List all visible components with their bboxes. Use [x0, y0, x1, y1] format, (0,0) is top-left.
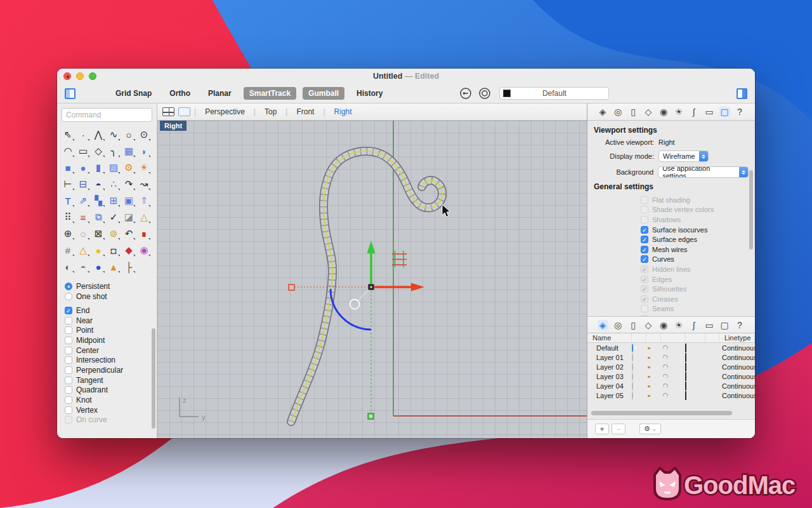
titlebar[interactable]: Untitled — Edited — [57, 69, 755, 84]
layers-hscrollbar[interactable] — [591, 411, 732, 415]
osnap-intersection[interactable]: Intersection — [65, 355, 157, 365]
osnap-mode-one-shot[interactable]: One shot — [65, 291, 157, 302]
sphere-render-icon[interactable]: ● — [91, 258, 106, 275]
osnap-on-curve[interactable]: On curve — [65, 415, 157, 425]
osnap-midpoint[interactable]: Midpoint — [65, 335, 157, 345]
shield-icon[interactable]: ◆ — [121, 242, 136, 258]
copy-icon[interactable]: ⧉ — [91, 209, 106, 225]
fillet-curve-icon[interactable]: ↷ — [121, 176, 136, 192]
surface-network-icon[interactable]: ▨ — [106, 159, 121, 176]
sun-icon[interactable]: ☀ — [674, 107, 684, 117]
display-monitor-icon[interactable]: ▢ — [719, 107, 730, 117]
help-icon[interactable]: ? — [735, 320, 745, 330]
camera-icon[interactable]: ◉ — [658, 107, 669, 117]
current-layer-radio[interactable] — [632, 391, 633, 400]
viewport-canvas[interactable]: Right — [157, 121, 587, 438]
surface-patch-icon[interactable]: ▦ — [121, 143, 136, 159]
object-icon[interactable]: ◇ — [643, 107, 654, 117]
single-viewport-layout-icon[interactable] — [178, 107, 190, 116]
help-icon[interactable]: ? — [735, 107, 745, 117]
rectangle-panel-icon[interactable]: ▭ — [704, 107, 715, 117]
osnap-quadrant[interactable]: Quadrant — [65, 385, 157, 396]
control-point-curve-icon[interactable]: ∿ — [106, 126, 121, 143]
osnap-vertex[interactable]: Vertex — [65, 405, 157, 415]
solid-union-icon[interactable]: ▣ — [121, 192, 136, 209]
option-curves[interactable]: Curves — [641, 255, 749, 265]
left-sidebar-toggle-icon[interactable] — [65, 88, 75, 99]
layer-linetype[interactable]: Continuous — [719, 373, 755, 380]
digitize-map-icon[interactable]: # — [60, 242, 75, 258]
toggle-ortho[interactable]: Ortho — [164, 87, 196, 100]
gumball-rotate-arc[interactable] — [331, 289, 371, 330]
target-icon[interactable]: ◎ — [613, 320, 624, 330]
option-shadows[interactable]: Shadows — [641, 215, 749, 225]
gumball-y-extent-handle[interactable] — [289, 284, 294, 290]
scale-icon[interactable]: ⇗ — [75, 192, 91, 209]
tab-top[interactable]: Top — [256, 107, 285, 116]
undo-view-icon[interactable]: ↶ — [121, 225, 136, 242]
cage-edit-icon[interactable]: △ — [136, 209, 152, 225]
check-icon[interactable]: ✓ — [106, 209, 121, 225]
zoom-extents-icon[interactable]: ⊠ — [91, 225, 106, 242]
layer-color-swatch[interactable] — [685, 344, 686, 352]
trim-icon[interactable]: ⊢ — [60, 176, 75, 192]
layers-icon[interactable]: ◈ — [598, 320, 608, 330]
toggle-grid-snap[interactable]: Grid Snap — [110, 87, 157, 100]
current-layer-radio[interactable] — [632, 344, 633, 352]
sidebar-scrollbar[interactable] — [152, 328, 155, 429]
tab-right[interactable]: Right — [325, 107, 361, 116]
option-surface-isocurves[interactable]: Surface isocurves — [641, 225, 749, 235]
osnap-point[interactable]: Point — [65, 325, 157, 335]
current-layer-field[interactable]: Default — [499, 87, 609, 100]
extrude-icon[interactable]: ⇑ — [136, 192, 152, 209]
osnap-center[interactable]: Center — [65, 345, 157, 356]
layer-linetype[interactable]: Continuous — [719, 392, 755, 399]
layers-icon[interactable]: ◈ — [598, 107, 608, 117]
document-icon[interactable]: ▯ — [628, 320, 639, 330]
layer-color-swatch[interactable] — [685, 391, 686, 400]
cone-icon[interactable]: ▲ — [106, 258, 121, 275]
option-surface-edges[interactable]: Surface edges — [641, 234, 749, 244]
box-icon[interactable]: ■ — [60, 159, 75, 176]
rectangle-panel-icon[interactable]: ▭ — [704, 320, 715, 330]
current-layer-radio[interactable] — [632, 363, 633, 371]
toggle-smarttrack[interactable]: SmartTrack — [244, 87, 296, 100]
select-pointer-icon[interactable]: ⇖ — [60, 126, 75, 143]
annotate-icon[interactable]: △ — [75, 242, 91, 258]
gumball-z-arrow[interactable] — [367, 241, 376, 284]
layer-color-swatch[interactable] — [685, 372, 686, 381]
toggle-gumball[interactable]: Gumball — [303, 87, 344, 100]
osnap-end[interactable]: End — [65, 305, 157, 316]
gumball[interactable] — [289, 241, 424, 419]
remove-layer-button[interactable]: − — [612, 424, 625, 434]
display-mode-dropdown[interactable]: Wireframe — [658, 150, 709, 162]
zoom-in-icon[interactable]: ⊕ — [60, 225, 75, 242]
layer-linetype[interactable]: Continuous — [719, 354, 755, 361]
layer-row-layer-01[interactable]: Layer 01Continuous — [587, 352, 755, 362]
polyline-icon[interactable]: ⋀ — [91, 126, 106, 143]
osnap-tangent[interactable]: Tangent — [65, 375, 157, 385]
camera-icon[interactable]: ◉ — [658, 320, 669, 330]
toggle-planar[interactable]: Planar — [202, 87, 237, 100]
add-layer-button[interactable]: + — [595, 424, 609, 434]
viewport-name-badge[interactable]: Right — [160, 121, 187, 131]
distribute-icon[interactable]: ≡ — [75, 209, 91, 225]
osnap-knot[interactable]: Knot — [65, 395, 157, 405]
circle-icon[interactable]: ○ — [121, 126, 136, 143]
osnap-near[interactable]: Near — [65, 316, 157, 326]
cylinder-icon[interactable]: ▮ — [91, 159, 106, 176]
split-icon[interactable]: ⊟ — [75, 176, 91, 192]
arc-icon[interactable]: ◠ — [60, 143, 75, 159]
boolean-gears-icon[interactable]: ⚙ — [121, 159, 136, 176]
layer-linetype[interactable]: Continuous — [719, 344, 755, 352]
sun-icon[interactable]: ☀ — [674, 320, 684, 330]
layer-row-layer-05[interactable]: Layer 05Continuous — [587, 391, 755, 400]
point-icon[interactable]: ∙ — [75, 126, 91, 143]
mirror-icon[interactable]: ⊞ — [106, 192, 121, 209]
layer-row-layer-04[interactable]: Layer 04Continuous — [587, 381, 755, 391]
option-mesh-wires[interactable]: Mesh wires — [641, 244, 749, 255]
block-icon[interactable]: ▚ — [91, 192, 106, 209]
right-panel-toggle-icon[interactable] — [737, 88, 747, 99]
layer-linetype[interactable]: Continuous — [719, 363, 755, 371]
layer-row-layer-03[interactable]: Layer 03Continuous — [587, 371, 755, 381]
